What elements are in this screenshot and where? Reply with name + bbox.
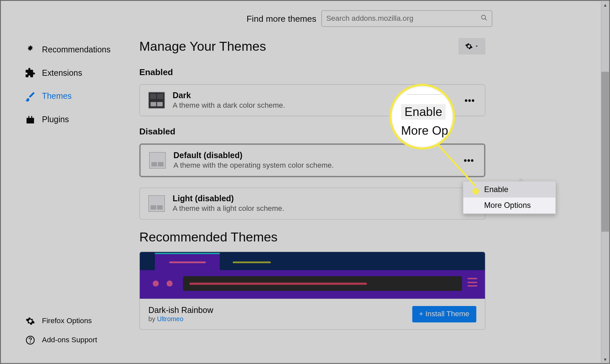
section-enabled: Enabled bbox=[139, 68, 609, 77]
sidebar-item-firefox-options[interactable]: Firefox Options bbox=[25, 316, 97, 327]
gear-icon bbox=[465, 42, 473, 50]
scrollbar-thumb[interactable] bbox=[601, 72, 609, 232]
gear-icon bbox=[25, 316, 36, 327]
magnifier-more-text: More Op bbox=[401, 124, 448, 138]
chevron-down-icon bbox=[474, 44, 479, 48]
svg-line-3 bbox=[485, 18, 487, 20]
sidebar-label: Firefox Options bbox=[42, 317, 92, 325]
install-theme-button[interactable]: + Install Theme bbox=[412, 306, 476, 322]
dropdown-more-options[interactable]: More Options bbox=[463, 198, 555, 214]
scroll-down-arrow[interactable]: ▼ bbox=[601, 355, 609, 363]
section-disabled: Disabled bbox=[139, 126, 609, 136]
vertical-scrollbar[interactable]: ▲ ▼ bbox=[601, 1, 609, 363]
theme-desc: A theme with a light color scheme. bbox=[172, 205, 455, 213]
sidebar-item-recommendations[interactable]: Recommendations bbox=[25, 44, 131, 55]
more-button[interactable]: ••• bbox=[463, 95, 476, 105]
sidebar-item-extensions[interactable]: Extensions bbox=[25, 68, 131, 79]
hamburger-icon bbox=[468, 278, 477, 287]
puzzle-icon bbox=[25, 68, 36, 79]
author-link[interactable]: Ultromeo bbox=[157, 315, 183, 322]
search-box[interactable] bbox=[321, 10, 492, 27]
sidebar-label: Add-ons Support bbox=[42, 336, 97, 344]
sidebar-label: Extensions bbox=[42, 68, 82, 78]
brush-icon bbox=[25, 91, 36, 102]
svg-point-1 bbox=[30, 342, 30, 342]
sidebar-label: Themes bbox=[42, 92, 72, 101]
magnifier-callout: Enable More Op bbox=[389, 84, 455, 150]
sidebar-label: Plugins bbox=[42, 115, 69, 125]
theme-thumb-icon bbox=[148, 195, 165, 212]
theme-desc: A theme with the operating system color … bbox=[173, 161, 455, 170]
sidebar-label: Recommendations bbox=[42, 45, 110, 54]
more-button[interactable]: ••• bbox=[463, 155, 475, 165]
recommended-card: Dark-ish Rainbow by Ultromeo + Install T… bbox=[139, 252, 485, 330]
recommended-name: Dark-ish Rainbow bbox=[148, 306, 213, 315]
scroll-up-arrow[interactable]: ▲ bbox=[601, 1, 609, 9]
sidebar-item-themes[interactable]: Themes bbox=[25, 91, 131, 102]
page-title: Manage Your Themes bbox=[139, 39, 266, 54]
svg-point-2 bbox=[481, 15, 485, 19]
theme-thumb-icon bbox=[149, 152, 166, 169]
theme-name: Light (disabled) bbox=[172, 194, 455, 204]
settings-menu-button[interactable] bbox=[459, 38, 485, 54]
search-input[interactable] bbox=[326, 14, 480, 23]
callout-dot bbox=[473, 188, 479, 195]
search-icon[interactable] bbox=[481, 14, 488, 23]
help-icon bbox=[25, 334, 36, 346]
magnifier-enable-text: Enable bbox=[401, 104, 445, 120]
theme-card-light: Light (disabled) A theme with a light co… bbox=[139, 187, 485, 219]
star-icon bbox=[25, 44, 36, 55]
theme-thumb-icon bbox=[148, 92, 165, 108]
sidebar-item-plugins[interactable]: Plugins bbox=[25, 114, 131, 125]
recommended-author-line: by Ultromeo bbox=[148, 315, 213, 322]
recommended-title: Recommended Themes bbox=[139, 230, 609, 245]
plugin-icon bbox=[25, 114, 36, 125]
theme-name: Default (disabled) bbox=[173, 151, 455, 160]
sidebar-item-addons-support[interactable]: Add-ons Support bbox=[25, 334, 97, 346]
search-label: Find more themes bbox=[247, 14, 316, 23]
theme-card-default: Default (disabled) A theme with the oper… bbox=[139, 144, 485, 177]
theme-actions-dropdown: Enable More Options bbox=[463, 181, 556, 214]
theme-preview bbox=[140, 252, 485, 299]
